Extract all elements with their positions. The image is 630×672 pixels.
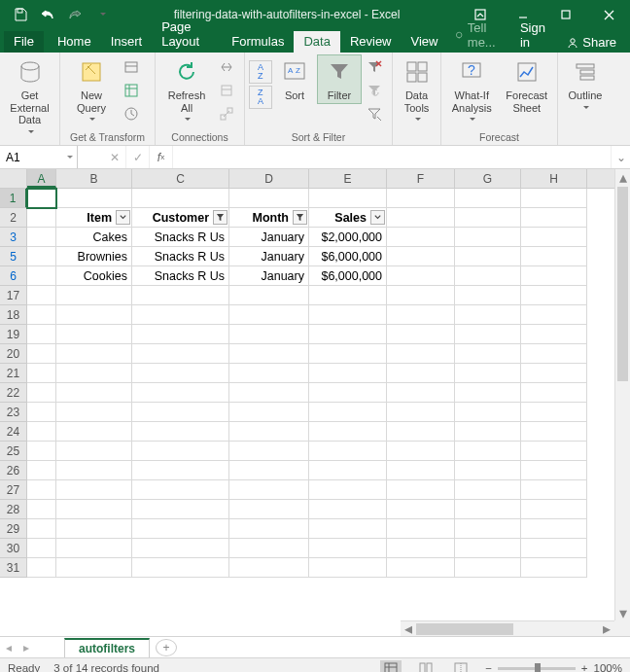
cell-F2[interactable]	[387, 208, 455, 228]
cell-F19[interactable]	[387, 325, 455, 344]
header-month[interactable]: Month	[229, 208, 309, 228]
cell-month-6[interactable]: January	[229, 266, 309, 286]
row-header-18[interactable]: 18	[0, 305, 27, 325]
cell-G31[interactable]	[455, 558, 521, 578]
cell-A5[interactable]	[27, 247, 56, 266]
cell-C21[interactable]	[132, 364, 229, 383]
cell-G3[interactable]	[455, 228, 521, 247]
cell-month-3[interactable]: January	[229, 228, 309, 247]
cell-E31[interactable]	[309, 558, 387, 578]
row-header-29[interactable]: 29	[0, 519, 27, 539]
cell-H28[interactable]	[521, 500, 587, 519]
cell-G29[interactable]	[455, 519, 521, 539]
cell-H19[interactable]	[521, 325, 587, 344]
column-header-E[interactable]: E	[309, 169, 387, 188]
cell-B29[interactable]	[56, 519, 132, 539]
row-header-5[interactable]: 5	[0, 247, 27, 266]
cell-H30[interactable]	[521, 539, 587, 558]
cell-F22[interactable]	[387, 383, 455, 403]
cell-E1[interactable]	[309, 189, 387, 208]
cell-H23[interactable]	[521, 403, 587, 422]
cell-E30[interactable]	[309, 539, 387, 558]
cell-B20[interactable]	[56, 344, 132, 364]
scroll-down-arrow[interactable]: ▾	[615, 605, 630, 620]
undo-button[interactable]	[35, 4, 60, 25]
cell-F26[interactable]	[387, 461, 455, 480]
tab-insert[interactable]: Insert	[101, 31, 153, 53]
from-table-button[interactable]	[121, 80, 142, 101]
cell-customer-3[interactable]: Snacks R Us	[132, 228, 229, 247]
sort-za-button[interactable]: ZA	[249, 86, 272, 109]
row-header-17[interactable]: 17	[0, 286, 27, 305]
cell-C19[interactable]	[132, 325, 229, 344]
filter-dropdown-icon[interactable]	[116, 210, 130, 225]
sort-button[interactable]: AZSort	[274, 54, 315, 104]
cell-A6[interactable]	[27, 266, 56, 286]
what-if-button[interactable]: ?What-If Analysis	[445, 54, 499, 128]
cell-B25[interactable]	[56, 442, 132, 461]
cell-D31[interactable]	[229, 558, 309, 578]
cell-E19[interactable]	[309, 325, 387, 344]
cell-F28[interactable]	[387, 500, 455, 519]
cell-B19[interactable]	[56, 325, 132, 344]
cell-sales-5[interactable]: $6,000,000	[309, 247, 387, 266]
zoom-out-button[interactable]: −	[485, 662, 492, 672]
cell-D17[interactable]	[229, 286, 309, 305]
cell-item-5[interactable]: Brownies	[56, 247, 132, 266]
page-layout-view-button[interactable]	[415, 660, 437, 672]
row-header-20[interactable]: 20	[0, 344, 27, 364]
name-box[interactable]: A1	[0, 146, 78, 168]
cell-F30[interactable]	[387, 539, 455, 558]
cell-A27[interactable]	[27, 480, 56, 500]
cell-A23[interactable]	[27, 403, 56, 422]
filter-applied-icon[interactable]	[213, 210, 228, 225]
row-header-28[interactable]: 28	[0, 500, 27, 519]
cell-F25[interactable]	[387, 442, 455, 461]
cell-E27[interactable]	[309, 480, 387, 500]
cell-D24[interactable]	[229, 422, 309, 442]
cell-B21[interactable]	[56, 364, 132, 383]
cell-E22[interactable]	[309, 383, 387, 403]
scroll-right-arrow[interactable]: ▸	[599, 621, 614, 636]
cell-A21[interactable]	[27, 364, 56, 383]
cell-D22[interactable]	[229, 383, 309, 403]
cell-D26[interactable]	[229, 461, 309, 480]
header-sales[interactable]: Sales	[309, 208, 387, 228]
cell-B18[interactable]	[56, 305, 132, 325]
cell-C29[interactable]	[132, 519, 229, 539]
cell-H24[interactable]	[521, 422, 587, 442]
column-header-H[interactable]: H	[521, 169, 587, 188]
cell-E18[interactable]	[309, 305, 387, 325]
cell-C30[interactable]	[132, 539, 229, 558]
cell-G26[interactable]	[455, 461, 521, 480]
close-button[interactable]	[587, 0, 630, 29]
cell-E29[interactable]	[309, 519, 387, 539]
cell-E25[interactable]	[309, 442, 387, 461]
cell-B23[interactable]	[56, 403, 132, 422]
tell-me[interactable]: Tell me...	[447, 18, 510, 53]
cell-G25[interactable]	[455, 442, 521, 461]
column-header-F[interactable]: F	[387, 169, 455, 188]
cell-B30[interactable]	[56, 539, 132, 558]
tab-file[interactable]: File	[4, 31, 44, 53]
cell-A20[interactable]	[27, 344, 56, 364]
cell-A2[interactable]	[27, 208, 56, 228]
cell-G30[interactable]	[455, 539, 521, 558]
cell-D23[interactable]	[229, 403, 309, 422]
page-break-view-button[interactable]	[450, 660, 472, 672]
cell-E17[interactable]	[309, 286, 387, 305]
cell-B1[interactable]	[56, 189, 132, 208]
cell-H3[interactable]	[521, 228, 587, 247]
cell-H29[interactable]	[521, 519, 587, 539]
cell-E20[interactable]	[309, 344, 387, 364]
tab-page-layout[interactable]: Page Layout	[152, 17, 222, 53]
cell-H18[interactable]	[521, 305, 587, 325]
tab-formulas[interactable]: Formulas	[222, 31, 294, 53]
row-header-25[interactable]: 25	[0, 442, 27, 461]
column-header-A[interactable]: A	[27, 169, 56, 188]
refresh-all-button[interactable]: Refresh All	[159, 54, 214, 128]
new-sheet-button[interactable]: +	[156, 639, 177, 656]
cell-G24[interactable]	[455, 422, 521, 442]
cell-C27[interactable]	[132, 480, 229, 500]
tab-view[interactable]: View	[402, 31, 448, 53]
